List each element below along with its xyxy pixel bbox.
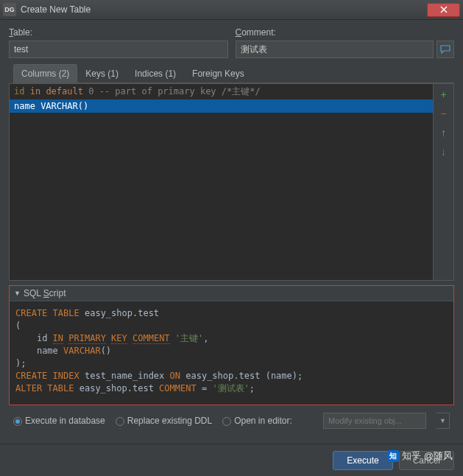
- move-up-button[interactable]: ↑: [438, 127, 450, 139]
- tab-indices[interactable]: Indices (1): [127, 64, 184, 83]
- execute-options: Execute in database Replace existing DDL…: [9, 405, 454, 433]
- column-gutter: + − ↑ ↓: [433, 84, 453, 280]
- add-column-button[interactable]: +: [438, 88, 450, 100]
- remove-column-button[interactable]: −: [438, 108, 450, 119]
- close-icon: [440, 6, 448, 13]
- option-replace-ddl[interactable]: Replace existing DDL: [116, 416, 212, 426]
- option-execute-db[interactable]: Execute in database: [13, 416, 105, 426]
- radio-icon: [116, 417, 124, 426]
- column-row[interactable]: name VARCHAR(): [10, 99, 433, 113]
- comment-expand-button[interactable]: [437, 41, 454, 58]
- chevron-down-icon: ▼: [439, 417, 446, 424]
- combo-arrow-button[interactable]: ▼: [437, 413, 450, 429]
- comment-label: Comment:: [236, 27, 455, 38]
- sql-script-body[interactable]: CREATE TABLE easy_shop.test ( id IN PRIM…: [10, 301, 453, 405]
- comment-input[interactable]: [236, 41, 434, 58]
- radio-icon: [13, 417, 22, 426]
- column-row[interactable]: id in default 0 -- part of primary key /…: [10, 84, 433, 99]
- tab-foreign-keys[interactable]: Foreign Keys: [184, 64, 252, 83]
- columns-list[interactable]: id in default 0 -- part of primary key /…: [10, 84, 433, 280]
- window-title: Create New Table: [21, 4, 427, 15]
- columns-area: id in default 0 -- part of primary key /…: [9, 83, 454, 281]
- speech-bubble-icon: [440, 45, 450, 54]
- collapse-icon: ▼: [14, 290, 21, 297]
- tab-keys[interactable]: Keys (1): [77, 64, 127, 83]
- option-open-editor[interactable]: Open in editor:: [222, 416, 292, 426]
- cancel-button[interactable]: Cancel: [399, 451, 454, 470]
- app-icon: DG: [3, 3, 16, 16]
- titlebar: DG Create New Table: [0, 0, 463, 20]
- execute-button[interactable]: Execute: [333, 451, 392, 470]
- table-input[interactable]: [9, 41, 228, 58]
- radio-icon: [222, 417, 231, 426]
- move-down-button[interactable]: ↓: [438, 146, 450, 158]
- sql-script-header[interactable]: ▼ SQL Script: [10, 286, 453, 301]
- tab-columns[interactable]: Columns (2): [13, 64, 77, 83]
- dialog-footer: Execute Cancel: [0, 444, 463, 476]
- table-label: Table:: [9, 27, 228, 38]
- editor-combo[interactable]: Modify existing obj...: [323, 413, 426, 429]
- tabs: Columns (2) Keys (1) Indices (1) Foreign…: [13, 64, 454, 83]
- close-button[interactable]: [427, 3, 460, 17]
- sql-script-section: ▼ SQL Script CREATE TABLE easy_shop.test…: [9, 285, 454, 405]
